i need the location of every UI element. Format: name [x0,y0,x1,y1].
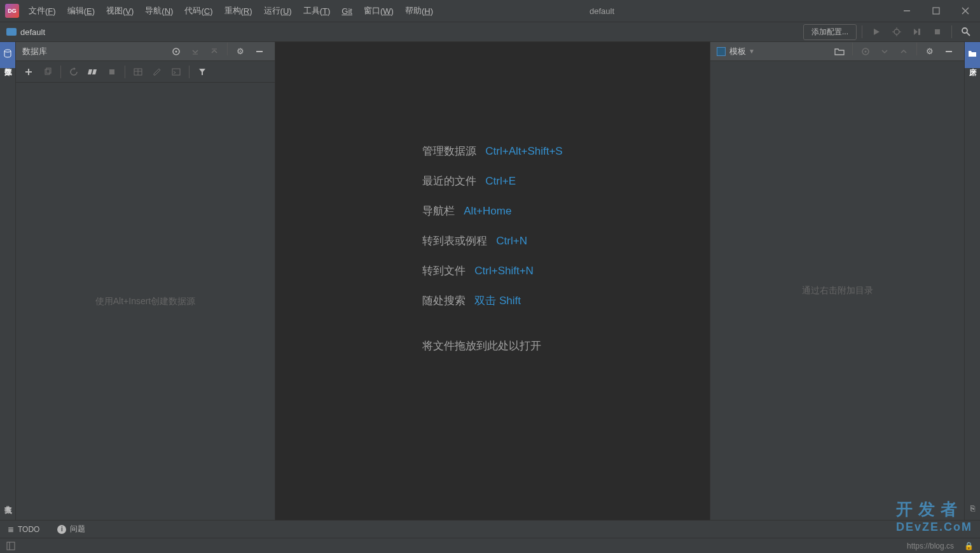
database-icon [3,48,13,59]
debug-icon[interactable] [888,23,906,41]
stop-icon[interactable] [928,23,946,41]
todo-tool-button[interactable]: ≣ TODO [4,521,43,538]
expand-icon[interactable] [876,43,894,60]
menu-edit[interactable]: 编辑(E) [62,0,100,22]
svg-point-15 [176,50,177,52]
template-panel: 模板 ▼ ⚙ 通过右击附加目录 [710,42,964,520]
hide-panel-icon[interactable] [251,43,268,60]
divider [916,43,917,55]
window-controls [892,0,980,22]
minimize-button[interactable] [892,0,921,22]
focus-icon[interactable] [857,43,874,60]
add-icon[interactable] [20,63,38,81]
info-icon: i [57,525,66,534]
quick-access-icon[interactable] [6,542,15,550]
menu-view[interactable]: 视图(V) [100,0,139,22]
breadcrumb[interactable]: default [20,27,45,37]
menu-git[interactable]: Git [336,0,358,22]
open-folder-icon[interactable] [831,43,848,60]
collapse-icon[interactable] [895,43,913,60]
menu-code[interactable]: 代码(C) [179,0,218,22]
window-title: default [439,6,892,16]
main-area: 数据库 收藏夹 ★ 数据库 ⚙ [0,42,980,520]
stop-query-icon[interactable] [103,63,121,81]
database-panel: 数据库 ⚙ 使用Alt+Insert创建数据源 [16,42,275,520]
star-icon: ★ [3,503,13,514]
menu-tools[interactable]: 工具(T) [298,0,336,22]
shortcut-recent-files: 最近的文件Ctrl+E [422,174,562,188]
datasource-icon[interactable] [84,63,102,81]
console-icon[interactable] [167,63,185,81]
divider [852,43,853,55]
chevron-down-icon[interactable]: ▼ [749,48,755,55]
template-panel-title: 模板 [729,46,746,57]
focus-icon[interactable] [167,43,185,60]
strip-scratches-button[interactable]: ⎘ [965,497,980,520]
maximize-button[interactable] [921,0,951,22]
database-panel-title: 数据库 [22,46,47,57]
svg-point-11 [962,28,967,33]
problems-label: 问题 [70,524,85,535]
menu-refactor[interactable]: 重构(R) [219,0,258,22]
gear-icon[interactable]: ⚙ [921,43,939,60]
template-panel-header: 模板 ▼ ⚙ [710,42,964,61]
expand-icon[interactable] [186,43,204,60]
svg-rect-27 [172,69,180,75]
menu-run[interactable]: 运行(U) [258,0,298,22]
folder-icon [967,48,977,59]
hide-panel-icon[interactable] [940,43,958,60]
project-icon [6,28,17,36]
todo-label: TODO [18,525,39,534]
svg-point-29 [865,50,867,52]
add-configuration-button[interactable]: 添加配置... [803,24,857,40]
close-button[interactable] [951,0,980,22]
status-bar: https://blog.cs 🔒 [0,538,980,553]
refresh-icon[interactable] [65,63,83,81]
template-icon [717,47,726,56]
divider [951,25,952,38]
divider [60,66,61,78]
scratches-icon: ⎘ [967,503,977,514]
menu-navigate[interactable]: 导航(N) [139,0,179,22]
drag-drop-hint: 将文件拖放到此处以打开 [422,339,562,353]
title-bar: DG 文件(F) 编辑(E) 视图(V) 导航(N) 代码(C) 重构(R) 运… [0,0,980,22]
collapse-icon[interactable] [205,43,223,60]
edit-icon[interactable] [148,63,166,81]
run-tests-icon[interactable] [908,23,926,41]
run-icon[interactable] [867,23,885,41]
divider [862,25,862,38]
problems-tool-button[interactable]: i 问题 [53,521,89,538]
database-panel-body[interactable]: 使用Alt+Insert创建数据源 [16,83,275,520]
shortcut-goto-table: 转到表或例程Ctrl+N [422,234,562,248]
shortcut-manage-datasources: 管理数据源Ctrl+Alt+Shift+S [422,144,562,158]
lock-icon[interactable]: 🔒 [964,542,974,550]
editor-area[interactable]: 管理数据源Ctrl+Alt+Shift+S 最近的文件Ctrl+E 导航栏Alt… [275,42,710,520]
menu-window[interactable]: 窗口(W) [358,0,399,22]
shortcut-goto-file: 转到文件Ctrl+Shift+N [422,263,562,278]
svg-rect-21 [45,69,50,74]
shortcut-list: 管理数据源Ctrl+Alt+Shift+S 最近的文件Ctrl+E 导航栏Alt… [422,144,562,353]
navigation-bar: default 添加配置... [0,22,980,42]
search-icon[interactable] [957,23,975,41]
menu-help[interactable]: 帮助(H) [399,0,439,22]
database-panel-header: 数据库 ⚙ [16,42,275,61]
app-logo-icon: DG [5,4,19,18]
svg-rect-9 [918,29,920,35]
svg-rect-22 [46,68,51,73]
copy-icon[interactable] [39,63,57,81]
database-toolbar [16,61,275,83]
divider [125,66,125,78]
divider [227,43,228,55]
template-panel-body[interactable]: 通过右击附加目录 [710,61,964,520]
filter-icon[interactable] [193,63,211,81]
gear-icon[interactable]: ⚙ [231,43,249,60]
menu-file[interactable]: 文件(F) [23,0,62,22]
strip-database-button[interactable]: 数据库 [0,42,15,68]
strip-files-button[interactable]: 磨床 [965,42,980,68]
svg-rect-31 [7,542,15,550]
table-icon[interactable] [129,63,147,81]
svg-rect-10 [935,29,940,34]
main-menu: 文件(F) 编辑(E) 视图(V) 导航(N) 代码(C) 重构(R) 运行(U… [23,0,439,22]
strip-favorites-button[interactable]: 收藏夹 ★ [0,494,15,520]
bottom-tool-bar: ≣ TODO i 问题 [0,520,980,538]
